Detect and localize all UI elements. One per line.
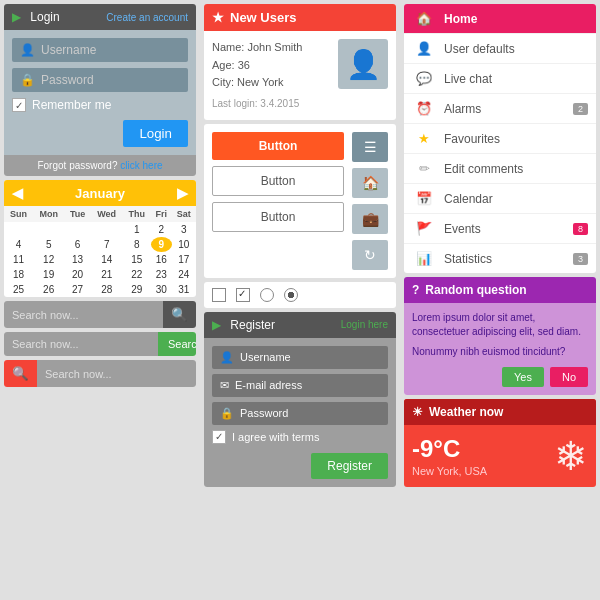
yes-button[interactable]: Yes	[502, 367, 544, 387]
menu-label-favourites: Favourites	[444, 132, 588, 146]
search-input-3[interactable]	[37, 360, 196, 387]
random-question-panel: ? Random question Lorem ipsum dolor sit …	[404, 277, 596, 395]
star-icon: ★	[212, 10, 224, 25]
reg-username-field[interactable]: 👤 Username	[212, 346, 388, 369]
click-here-link[interactable]: click here	[120, 160, 162, 171]
password-placeholder: Password	[41, 73, 94, 87]
random-question-title: Random question	[425, 283, 526, 297]
register-button-row: Register	[212, 449, 388, 479]
button-orange[interactable]: Button	[212, 132, 344, 160]
user-age: Age: 36	[212, 57, 330, 75]
username-field[interactable]: 👤 Username	[12, 38, 188, 62]
menu-label-home: Home	[444, 12, 588, 26]
table-row: 123	[4, 222, 196, 237]
search-input-1[interactable]	[4, 301, 163, 328]
new-users-header: ★ New Users	[204, 4, 396, 31]
random-question-body: Lorem ipsum dolor sit amet, consectetuer…	[404, 303, 596, 395]
events-badge: 8	[573, 223, 588, 235]
menu-item-statistics[interactable]: 📊 Statistics 3	[404, 244, 596, 273]
menu-item-user-defaults[interactable]: 👤 User defaults	[404, 34, 596, 64]
weather-panel: ☀ Weather now -9°C New York, USA ❄	[404, 399, 596, 487]
menu-item-edit-comments[interactable]: ✏ Edit comments	[404, 154, 596, 184]
user-last-login: Last login: 3.4.2015	[212, 96, 330, 112]
checkbox-checked[interactable]	[236, 288, 250, 302]
play-icon: ▶	[12, 10, 21, 24]
search-panel-2: Search	[4, 332, 196, 356]
agree-checkbox[interactable]: ✓	[212, 430, 226, 444]
menu-item-favourites[interactable]: ★ Favourites	[404, 124, 596, 154]
random-question-header: ? Random question	[404, 277, 596, 303]
cal-day-sat: Sat	[172, 206, 196, 222]
search-button-2[interactable]: Search	[158, 332, 196, 356]
checkbox-unchecked[interactable]	[212, 288, 226, 302]
new-users-panel: ★ New Users Name: John Smith Age: 36 Cit…	[204, 4, 396, 120]
register-button[interactable]: Register	[311, 453, 388, 479]
cal-prev-button[interactable]: ◀	[12, 185, 23, 201]
weather-info: -9°C New York, USA	[412, 435, 487, 477]
reg-username-placeholder: Username	[240, 351, 291, 363]
calendar-header: ◀ January ▶	[4, 180, 196, 206]
button-gray-3[interactable]: Button	[212, 202, 344, 232]
table-row: 25262728293031	[4, 282, 196, 297]
menu-item-calendar[interactable]: 📅 Calendar	[404, 184, 596, 214]
login-panel: ▶ Login Create an account 👤 Username 🔒 P…	[4, 4, 196, 176]
menu-icon-box[interactable]: ☰	[352, 132, 388, 162]
flag-icon: 🚩	[412, 221, 436, 236]
avatar-icon: 👤	[346, 48, 381, 81]
star-icon-menu: ★	[412, 131, 436, 146]
password-field[interactable]: 🔒 Password	[12, 68, 188, 92]
buttons-panel: Button Button Button ☰ 🏠 💼 ↻	[204, 124, 396, 278]
lock-icon-reg: 🔒	[220, 407, 234, 420]
calendar-month: January	[75, 186, 125, 201]
icons-column: ☰ 🏠 💼 ↻	[352, 132, 388, 270]
reg-email-field[interactable]: ✉ E-mail adress	[212, 374, 388, 397]
statistics-badge: 3	[573, 253, 588, 265]
edit-icon: ✏	[412, 161, 436, 176]
menu-item-events[interactable]: 🚩 Events 8	[404, 214, 596, 244]
remember-checkbox[interactable]: ✓	[12, 98, 26, 112]
buttons-column: Button Button Button	[212, 132, 344, 270]
menu-label-alarms: Alarms	[444, 102, 573, 116]
user-city: City: New York	[212, 74, 330, 92]
cal-next-button[interactable]: ▶	[177, 185, 188, 201]
no-button[interactable]: No	[550, 367, 588, 387]
create-account-link[interactable]: Create an account	[106, 12, 188, 23]
calendar-table: Sun Mon Tue Wed Thu Fri Sat 123 45678910	[4, 206, 196, 297]
cal-day-mon: Mon	[33, 206, 64, 222]
new-users-title: New Users	[230, 10, 296, 25]
agree-row: ✓ I agree with terms	[212, 430, 388, 444]
random-question-text2: Nonummy nibh euismod tincidunt?	[412, 345, 588, 359]
login-button[interactable]: Login	[123, 120, 188, 147]
menu-label-edit-comments: Edit comments	[444, 162, 588, 176]
menu-label-statistics: Statistics	[444, 252, 573, 266]
login-here-link[interactable]: Login here	[341, 319, 388, 330]
search-input-2[interactable]	[4, 332, 158, 356]
search-panel-1: 🔍	[4, 301, 196, 328]
home-icon-box[interactable]: 🏠	[352, 168, 388, 198]
menu-item-live-chat[interactable]: 💬 Live chat	[404, 64, 596, 94]
search-button-3[interactable]: 🔍	[4, 360, 37, 387]
briefcase-icon-box[interactable]: 💼	[352, 204, 388, 234]
register-title-text: Register	[230, 318, 275, 332]
user-icon: 👤	[20, 43, 35, 57]
table-row: 45678910	[4, 237, 196, 252]
snowflake-icon: ❄	[554, 433, 588, 479]
remember-label: Remember me	[32, 98, 111, 112]
avatar: 👤	[338, 39, 388, 89]
question-icon: ?	[412, 283, 419, 297]
radio-checked[interactable]	[284, 288, 298, 302]
button-gray-2[interactable]: Button	[212, 166, 344, 196]
random-question-text1: Lorem ipsum dolor sit amet, consectetuer…	[412, 311, 588, 339]
weather-temperature: -9°C	[412, 435, 487, 463]
menu-item-alarms[interactable]: ⏰ Alarms 2	[404, 94, 596, 124]
search-button-1[interactable]: 🔍	[163, 301, 196, 328]
alarm-icon: ⏰	[412, 101, 436, 116]
user-info: Name: John Smith Age: 36 City: New York …	[212, 39, 330, 112]
menu-item-home[interactable]: 🏠 Home	[404, 4, 596, 34]
refresh-icon-box[interactable]: ↻	[352, 240, 388, 270]
cal-day-sun: Sun	[4, 206, 33, 222]
user-name: Name: John Smith	[212, 39, 330, 57]
reg-password-field[interactable]: 🔒 Password	[212, 402, 388, 425]
cal-day-fri: Fri	[151, 206, 172, 222]
radio-unchecked[interactable]	[260, 288, 274, 302]
